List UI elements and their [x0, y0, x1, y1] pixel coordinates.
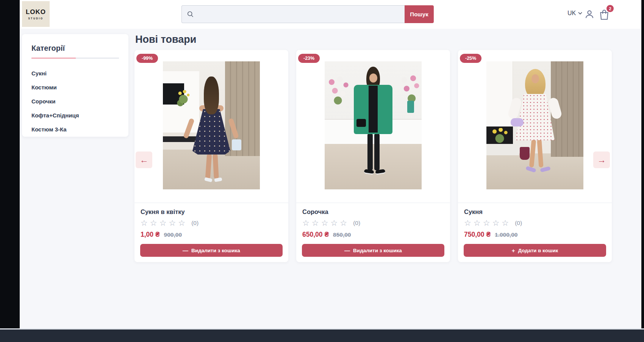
button-label: Видалити з кошика [353, 248, 402, 253]
logo[interactable]: LOKO STUDIO [22, 1, 50, 27]
photo-decor [205, 154, 212, 179]
photo-decor [369, 73, 377, 83]
photo-decor [356, 119, 366, 127]
language-selector[interactable]: UK [567, 10, 582, 17]
product-title[interactable]: Сукня в квітку [141, 208, 282, 216]
person-icon [584, 9, 595, 20]
arrow-left-icon: ← [140, 155, 148, 165]
price-row: 1,00 ₴ 900,00 [141, 231, 282, 239]
arrow-right-icon: → [597, 155, 606, 165]
product-image [486, 61, 583, 189]
page-title: Нові товари [135, 34, 196, 45]
product-title[interactable]: Сукня [464, 208, 606, 216]
product-image [325, 61, 422, 189]
plus-icon: + [512, 248, 515, 253]
discount-badge: -25% [460, 54, 481, 63]
photo-decor [520, 147, 530, 160]
categories-panel: Категорії Сукні Костюми Сорочки Кофта+Сп… [22, 34, 128, 137]
rating-row: ☆☆☆☆☆ (0) [302, 219, 444, 227]
rating-count: (0) [515, 220, 522, 226]
header: LOKO STUDIO Пошук UK [20, 0, 641, 29]
cart-count-badge: 2 [606, 5, 614, 12]
old-price: 850,00 [333, 231, 351, 238]
search-button[interactable]: Пошук [405, 5, 434, 23]
photo-decor [325, 76, 350, 105]
photo-decor [204, 77, 219, 114]
photo-decor [407, 101, 414, 113]
photo-decor [214, 177, 222, 182]
button-label: Видалити з кошика [191, 248, 240, 253]
photo-decor [531, 74, 539, 83]
current-price: 650,00 ₴ [302, 231, 329, 239]
product-info: Сорочка ☆☆☆☆☆ (0) 650,00 ₴ 850,00 — Вида… [296, 203, 450, 262]
search-bar: Пошук [181, 5, 434, 23]
product-photo-link[interactable] [134, 50, 288, 203]
product-image [163, 61, 260, 189]
button-label: Додати в кошик [518, 248, 558, 253]
minus-icon: — [344, 248, 350, 253]
remove-from-cart-button[interactable]: — Видалити з кошика [302, 244, 444, 257]
sidebar-item-kofta-spidnytsia[interactable]: Кофта+Спідниця [31, 108, 119, 122]
star-icons: ☆☆☆☆☆ [302, 219, 349, 227]
rating-count: (0) [191, 220, 199, 226]
photo-decor [204, 177, 213, 183]
photo-decor [213, 154, 219, 179]
sidebar-item-kostiumy[interactable]: Костюми [31, 80, 119, 94]
photo-decor [375, 169, 385, 175]
cart-button[interactable]: 2 [598, 8, 610, 21]
rating-row: ☆☆☆☆☆ (0) [464, 219, 606, 227]
account-button[interactable] [584, 9, 595, 20]
photo-decor [364, 169, 374, 175]
product-info: Сукня в квітку ☆☆☆☆☆ (0) 1,00 ₴ 900,00 —… [134, 203, 288, 262]
logo-text-sub: STUDIO [28, 17, 43, 20]
product-photo-link[interactable] [296, 50, 450, 203]
rating-count: (0) [353, 220, 360, 226]
photo-decor [232, 139, 241, 150]
sidebar-item-kostium-3ka[interactable]: Костюм 3-Ка [31, 122, 119, 136]
photo-decor [489, 128, 510, 145]
photo-decor [397, 74, 422, 103]
product-grid: -99% [134, 50, 612, 262]
product-card: -99% [134, 50, 288, 262]
photo-decor [529, 139, 536, 168]
sidebar-item-sorochky[interactable]: Сорочки [31, 94, 119, 108]
photo-decor [369, 86, 378, 133]
logo-text-main: LOKO [26, 8, 46, 16]
categories-divider [31, 58, 119, 59]
sidebar-item-sukni[interactable]: Сукні [31, 66, 119, 80]
footer [0, 330, 644, 342]
language-label: UK [567, 10, 576, 17]
star-icons: ☆☆☆☆☆ [141, 219, 188, 227]
price-row: 650,00 ₴ 850,00 [302, 231, 444, 239]
carousel-next-button[interactable]: → [593, 151, 610, 168]
product-card: -23% [296, 50, 450, 262]
current-price: 750,00 ₴ [464, 231, 491, 239]
rating-row: ☆☆☆☆☆ (0) [141, 219, 282, 227]
carousel-prev-button[interactable]: ← [136, 151, 152, 168]
product-info: Сукня ☆☆☆☆☆ (0) 750,00 ₴ 1.000,00 + Дода… [458, 203, 612, 262]
price-row: 750,00 ₴ 1.000,00 [464, 231, 606, 239]
photo-decor [367, 133, 373, 170]
old-price: 900,00 [164, 231, 182, 238]
screenshot-root: LOKO STUDIO Пошук UK [0, 0, 644, 342]
product-title[interactable]: Сорочка [302, 208, 444, 216]
discount-badge: -99% [136, 54, 158, 63]
photo-decor [525, 166, 536, 173]
search-input-wrap [181, 5, 405, 23]
product-photo-link[interactable] [458, 50, 612, 203]
search-input[interactable] [194, 6, 401, 23]
search-icon [186, 10, 194, 18]
page: LOKO STUDIO Пошук UK [20, 0, 641, 342]
photo-decor [511, 118, 524, 126]
star-icons: ☆☆☆☆☆ [464, 219, 511, 227]
discount-badge: -23% [298, 54, 320, 63]
add-to-cart-button[interactable]: + Додати в кошик [464, 244, 606, 257]
old-price: 1.000,00 [495, 231, 517, 238]
remove-from-cart-button[interactable]: — Видалити з кошика [140, 244, 283, 257]
photo-decor [537, 139, 543, 168]
chevron-down-icon [578, 12, 582, 15]
photo-decor [176, 90, 191, 108]
categories-title: Категорії [31, 44, 119, 53]
photo-decor [225, 61, 260, 156]
product-card: -25% [458, 50, 612, 262]
